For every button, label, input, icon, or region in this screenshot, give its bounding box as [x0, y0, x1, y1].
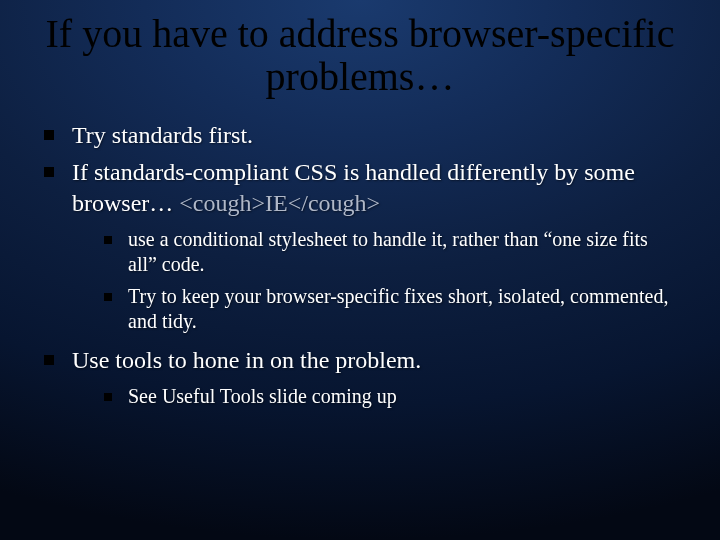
bullet-item: If standards-compliant CSS is handled di…: [44, 157, 676, 335]
slide: If you have to address browser-specific …: [0, 0, 720, 540]
sub-bullet-item: Try to keep your browser-specific fixes …: [104, 284, 676, 335]
slide-title: If you have to address browser-specific …: [44, 12, 676, 98]
sub-bullet-text: See Useful Tools slide coming up: [128, 385, 397, 407]
sub-bullet-item: See Useful Tools slide coming up: [104, 384, 676, 410]
bullet-list: Try standards first. If standards-compli…: [44, 120, 676, 409]
sub-bullet-list: use a conditional stylesheet to handle i…: [72, 227, 676, 335]
sub-bullet-text: use a conditional stylesheet to handle i…: [128, 228, 648, 276]
bullet-item: Try standards first.: [44, 120, 676, 151]
sub-bullet-list: See Useful Tools slide coming up: [72, 384, 676, 410]
bullet-text: Use tools to hone in on the problem.: [72, 347, 421, 373]
sub-bullet-item: use a conditional stylesheet to handle i…: [104, 227, 676, 278]
bullet-text: Try standards first.: [72, 122, 253, 148]
cough-text: <cough>IE</cough>: [179, 190, 380, 216]
sub-bullet-text: Try to keep your browser-specific fixes …: [128, 285, 668, 333]
bullet-item: Use tools to hone in on the problem. See…: [44, 345, 676, 409]
